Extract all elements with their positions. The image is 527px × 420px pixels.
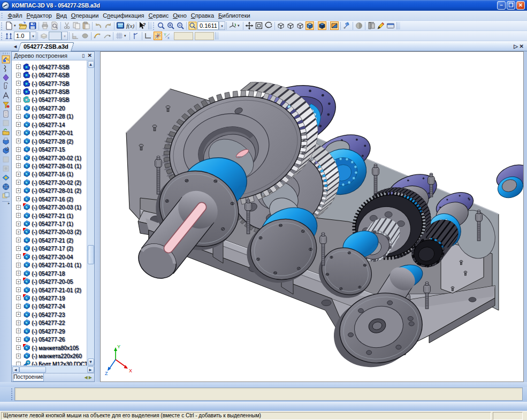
svg-text:Y: Y <box>164 33 166 36</box>
svg-text:f(x): f(x) <box>126 22 134 29</box>
svg-text:X: X <box>129 368 132 373</box>
svg-text:Y: Y <box>117 344 120 349</box>
svg-text:x: x <box>167 36 170 40</box>
svg-text:?: ? <box>143 22 146 27</box>
svg-text:Z: Z <box>105 371 108 376</box>
